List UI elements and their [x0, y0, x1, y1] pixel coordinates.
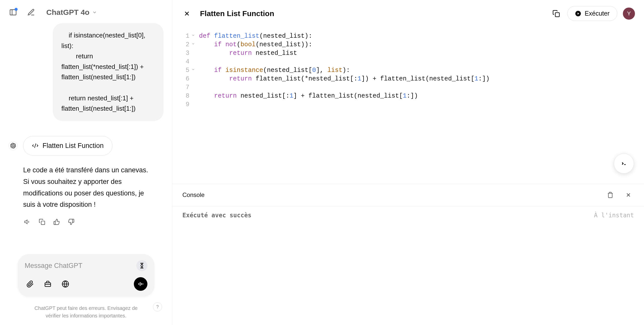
- close-icon: [625, 192, 631, 198]
- code-editor[interactable]: 123456789 def flatten_list(nested_list):…: [172, 27, 644, 184]
- svg-rect-4: [138, 283, 139, 285]
- edit-icon: [27, 8, 35, 16]
- assistant-message: Flatten List Function Le code a été tran…: [9, 136, 164, 226]
- new-chat-button[interactable]: [26, 7, 37, 18]
- stop-button[interactable]: [136, 260, 147, 271]
- thumbs-up-icon: [53, 219, 60, 225]
- waveform-icon: [137, 281, 144, 287]
- hourglass-icon: [139, 263, 145, 269]
- clear-console-button[interactable]: [605, 189, 616, 200]
- thumbs-down-button[interactable]: [67, 218, 75, 226]
- console-label: Console: [182, 191, 205, 198]
- canvas-chip[interactable]: Flatten List Function: [23, 136, 112, 155]
- console-time: À l'instant: [594, 212, 634, 219]
- toggle-sidebar-button[interactable]: [8, 7, 19, 18]
- openai-icon: [10, 143, 16, 148]
- web-button[interactable]: [60, 278, 71, 290]
- notification-dot-icon: [15, 8, 18, 11]
- chat-sidebar: ChatGPT 4o if isinstance(nested_list[0],…: [0, 0, 172, 325]
- canvas-title: Flatten List Function: [200, 9, 543, 18]
- line-gutter: 123456789: [172, 32, 191, 184]
- message-actions: [23, 218, 164, 226]
- console-status: Exécuté avec succès: [182, 212, 252, 219]
- chat-body: if isinstance(nested_list[0], list): ret…: [0, 23, 172, 254]
- assistant-avatar: [9, 141, 18, 150]
- tools-button[interactable]: [42, 278, 53, 290]
- thumbs-up-button[interactable]: [52, 218, 61, 226]
- svg-rect-6: [141, 283, 142, 285]
- copy-code-button[interactable]: [551, 8, 562, 19]
- message-input[interactable]: [25, 262, 136, 270]
- close-canvas-button[interactable]: [181, 8, 192, 19]
- toolbox-icon: [44, 280, 52, 288]
- trash-icon: [607, 192, 614, 198]
- composer: [18, 254, 154, 297]
- thumbs-down-icon: [68, 219, 74, 225]
- svg-rect-1: [41, 221, 45, 225]
- run-button[interactable]: Exécuter: [567, 6, 617, 21]
- composer-area: [0, 254, 172, 301]
- svg-rect-7: [143, 283, 143, 285]
- run-label: Exécuter: [585, 10, 610, 17]
- terminal-icon: [620, 159, 628, 168]
- console-header: Console: [172, 184, 644, 206]
- console-output: [172, 224, 644, 325]
- user-avatar[interactable]: Y: [623, 8, 635, 20]
- assistant-content: Flatten List Function Le code a été tran…: [23, 136, 164, 226]
- svg-rect-5: [140, 282, 141, 286]
- code-content[interactable]: def flatten_list(nested_list): if not(bo…: [191, 32, 644, 184]
- attach-button[interactable]: [25, 278, 36, 290]
- paperclip-icon: [26, 280, 34, 288]
- voice-button[interactable]: [134, 277, 147, 291]
- canvas-chip-label: Flatten List Function: [43, 142, 104, 150]
- speaker-icon: [24, 219, 31, 225]
- code-icon: [32, 142, 38, 149]
- chevron-down-icon: [92, 10, 97, 15]
- copy-button[interactable]: [38, 218, 46, 226]
- canvas-fab[interactable]: [614, 153, 634, 174]
- model-name: ChatGPT 4o: [46, 8, 90, 17]
- sidebar-header: ChatGPT 4o: [0, 0, 172, 23]
- play-icon: [575, 11, 581, 17]
- model-selector[interactable]: ChatGPT 4o: [44, 7, 100, 18]
- canvas-panel: Flatten List Function Exécuter Y 1234567…: [172, 0, 644, 325]
- assistant-text: Le code a été transféré dans un canevas.…: [23, 165, 154, 211]
- close-icon: [183, 10, 190, 17]
- close-console-button[interactable]: [623, 189, 634, 200]
- read-aloud-button[interactable]: [23, 218, 32, 226]
- console-body: Exécuté avec succès À l'instant: [172, 206, 644, 224]
- copy-icon: [39, 219, 45, 225]
- svg-rect-8: [555, 13, 559, 17]
- copy-icon: [552, 10, 560, 17]
- console-panel: Console Exécuté avec succès À l'instant: [172, 184, 644, 325]
- help-button[interactable]: ?: [153, 302, 162, 311]
- user-message: if isinstance(nested_list[0], list): ret…: [53, 23, 164, 121]
- canvas-header: Flatten List Function Exécuter Y: [172, 0, 644, 27]
- globe-icon: [62, 280, 69, 288]
- footer-note: ChatGPT peut faire des erreurs. Envisage…: [0, 301, 172, 325]
